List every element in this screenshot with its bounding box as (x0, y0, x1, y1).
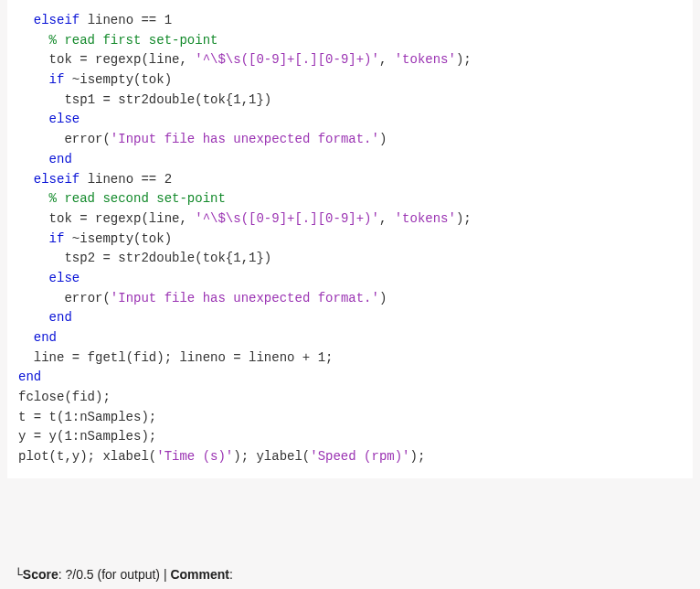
code-token: ) (379, 291, 387, 305)
comment-value: : (229, 567, 233, 582)
code-token: ); (456, 52, 472, 67)
code-token: end (49, 152, 72, 166)
code-token: , (379, 52, 395, 67)
code-token: tok = regexp(line, (49, 52, 196, 67)
comment-label: Comment (170, 567, 229, 582)
code-token: ~isempty(tok) (64, 72, 172, 87)
code-token: % read second set-point (49, 191, 226, 206)
code-line: tok = regexp(line, '^\$\s([0-9]+[.][0-9]… (7, 50, 693, 70)
code-token: 'Input file has unexpected format.' (111, 132, 379, 146)
code-line: elseif lineno == 2 (7, 170, 693, 190)
code-line: else (7, 110, 693, 130)
code-line: fclose(fid); (7, 388, 693, 408)
code-token: 'tokens' (395, 52, 456, 67)
code-line: error('Input file has unexpected format.… (7, 289, 693, 309)
code-token: 'Speed (rpm)' (310, 449, 409, 464)
code-token: , (379, 211, 395, 226)
code-token: ); (456, 211, 472, 226)
code-token: line = fgetl(fid); lineno = lineno + 1; (34, 350, 334, 365)
code-line: t = t(1:nSamples); (7, 408, 693, 428)
code-token: 2 (164, 172, 172, 187)
code-line: if ~isempty(tok) (7, 230, 693, 250)
score-value: : ?/0.5 (for output) | (58, 567, 171, 582)
code-line: end (7, 368, 693, 388)
code-token: elseif (34, 13, 80, 27)
code-token: if (49, 72, 65, 87)
code-token: end (34, 330, 57, 345)
code-token: 1 (164, 13, 172, 27)
code-token: tsp1 = str2double(tok{1,1}) (64, 92, 271, 107)
code-line: plot(t,y); xlabel('Time (s)'); ylabel('S… (7, 447, 693, 467)
code-token: ~isempty(tok) (64, 231, 172, 246)
code-token: '^\$\s([0-9]+[.][0-9]+)' (195, 211, 379, 226)
code-token: t = t(1:nSamples); (18, 410, 156, 424)
code-token: end (49, 310, 72, 325)
code-line: end (7, 150, 693, 170)
code-token: ) (379, 132, 387, 146)
code-token: 'tokens' (395, 211, 456, 226)
code-line: else (7, 269, 693, 289)
code-token: tsp2 = str2double(tok{1,1}) (64, 251, 271, 265)
tree-tick: └ (15, 568, 23, 584)
code-token: plot(t,y); xlabel( (18, 449, 156, 464)
code-token: error( (64, 291, 110, 305)
code-line: error('Input file has unexpected format.… (7, 130, 693, 150)
score-footer: └Score: ?/0.5 (for output) | Comment: (7, 552, 233, 584)
code-line: % read second set-point (7, 189, 693, 209)
code-line: end (7, 328, 693, 348)
code-token: ); (409, 449, 425, 464)
code-token: else (49, 112, 80, 126)
code-line: tsp2 = str2double(tok{1,1}) (7, 249, 693, 269)
code-block: elseif lineno == 1 % read first set-poin… (7, 0, 693, 478)
code-line: elseif lineno == 1 (7, 11, 693, 31)
score-label: Score (23, 567, 58, 582)
code-token: tok = regexp(line, (49, 211, 196, 226)
code-line: line = fgetl(fid); lineno = lineno + 1; (7, 348, 693, 369)
code-token: fclose(fid); (18, 390, 111, 404)
code-line: tsp1 = str2double(tok{1,1}) (7, 91, 693, 111)
code-token: lineno == (80, 172, 164, 187)
code-token: 'Time (s)' (156, 449, 233, 464)
code-token: % read first set-point (49, 33, 218, 48)
code-line: end (7, 308, 693, 328)
code-token: if (49, 231, 65, 246)
code-token: 'Input file has unexpected format.' (111, 291, 379, 305)
code-line: y = y(1:nSamples); (7, 427, 693, 447)
code-line: tok = regexp(line, '^\$\s([0-9]+[.][0-9]… (7, 209, 693, 230)
code-token: ); ylabel( (233, 449, 310, 464)
code-token: end (18, 369, 41, 384)
code-line: if ~isempty(tok) (7, 70, 693, 91)
code-token: error( (64, 132, 110, 146)
code-token: '^\$\s([0-9]+[.][0-9]+)' (195, 52, 379, 67)
code-line: % read first set-point (7, 31, 693, 51)
code-token: elseif (34, 172, 80, 187)
code-token: lineno == (80, 13, 164, 27)
code-token: else (49, 271, 80, 285)
code-token: y = y(1:nSamples); (18, 429, 156, 444)
